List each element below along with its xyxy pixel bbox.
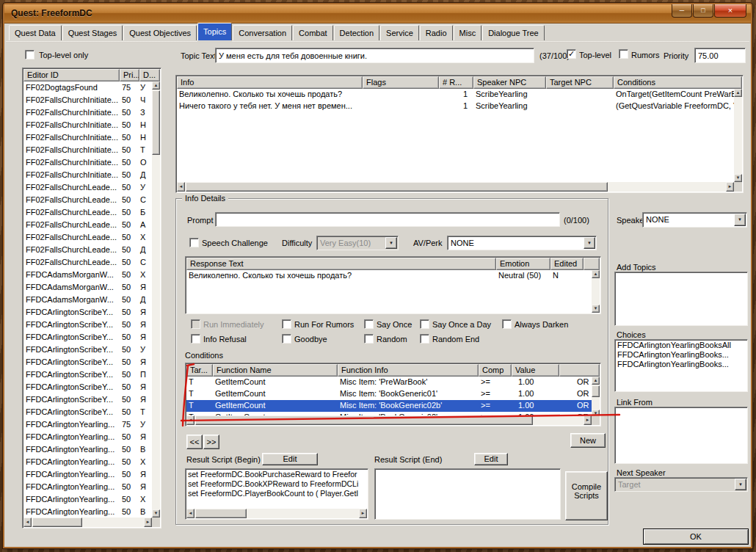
choice-item[interactable]: FFDCArlingtonYearlingBooks... xyxy=(616,350,746,360)
random-checkbox[interactable] xyxy=(364,334,374,344)
response-vertical-scrollbar[interactable]: ▲ ▼ xyxy=(592,270,600,313)
topic-row[interactable]: FFDCArlingtonYearling... 50 Я xyxy=(23,431,152,443)
scroll-down-icon[interactable]: ▼ xyxy=(592,305,600,313)
info-vertical-scrollbar[interactable]: ▲ ▼ xyxy=(734,89,742,182)
conditions-horizontal-scrollbar[interactable]: ◄ ► xyxy=(186,415,592,425)
column-header-dialogue[interactable]: D... xyxy=(139,69,160,81)
edit-begin-script-button[interactable]: Edit xyxy=(262,453,318,465)
next-condition-button[interactable]: >> xyxy=(203,435,219,449)
topics-horizontal-scrollbar[interactable]: ◄ ► xyxy=(23,518,152,527)
column-header-info[interactable]: Info xyxy=(177,76,363,89)
edit-end-script-button[interactable]: Edit xyxy=(474,453,508,465)
prompt-input[interactable] xyxy=(215,212,560,227)
result-script-end-box[interactable] xyxy=(374,468,561,520)
column-header-function-info[interactable]: Function Info xyxy=(338,364,479,377)
topic-row[interactable]: FF02FallsChurchInitiate... 50 О xyxy=(23,156,152,169)
compile-scripts-button[interactable]: Compile Scripts xyxy=(565,471,608,520)
scroll-left-icon[interactable]: ◄ xyxy=(177,182,185,192)
tab[interactable]: Topics xyxy=(197,23,232,40)
tab[interactable]: Detection xyxy=(334,25,379,40)
scroll-left-icon[interactable]: ◄ xyxy=(186,415,195,425)
topic-row[interactable]: FFDCAdamsMorganW... 50 Х xyxy=(23,269,152,281)
tab[interactable]: Combat xyxy=(293,25,333,40)
conditions-vertical-scrollbar[interactable]: ▲ ▼ xyxy=(592,377,600,418)
column-header-edited[interactable]: Edited xyxy=(550,258,584,270)
scrollbar-thumb[interactable] xyxy=(152,90,160,155)
top-level-checkbox[interactable]: ✓ xyxy=(567,49,576,59)
column-header-comp[interactable]: Comp xyxy=(479,364,512,377)
topic-row[interactable]: FF02DogtagsFound 75 У xyxy=(23,81,152,94)
scroll-up-icon[interactable]: ▲ xyxy=(152,81,160,90)
tab[interactable]: Quest Objectives xyxy=(123,25,197,40)
column-header-target-npc[interactable]: Target NPC xyxy=(546,76,614,89)
topic-row[interactable]: FFDCArlingtonScribeY... 50 Я xyxy=(23,306,152,319)
topic-row[interactable]: FFDCArlingtonYearling... 50 В xyxy=(23,506,152,518)
speaker-combobox[interactable]: NONE ▼ xyxy=(642,212,747,228)
condition-row[interactable]: T GetItemCount Misc Item: 'PreWarBook' >… xyxy=(186,377,592,388)
choice-item[interactable]: FFDCArlingtonYearlingBooksAll xyxy=(616,341,746,350)
response-row[interactable]: Великолепно. Сколько ты хочешь продать? … xyxy=(186,270,592,282)
av-perk-combobox[interactable]: NONE ▼ xyxy=(447,236,597,250)
column-header-speaker-npc[interactable]: Speaker NPC xyxy=(473,76,546,89)
random-end-checkbox[interactable] xyxy=(420,334,429,344)
topic-row[interactable]: FF02FallsChurchLeade... 50 С xyxy=(23,194,152,206)
column-header-responses[interactable]: # R... xyxy=(439,76,473,89)
scroll-right-icon[interactable]: ► xyxy=(144,518,152,527)
scroll-down-icon[interactable]: ▼ xyxy=(734,174,742,182)
topic-row[interactable]: FFDCArlingtonYearling... 50 Х xyxy=(23,493,152,506)
topic-row[interactable]: FF02FallsChurchInitiate... 50 Т xyxy=(23,144,152,156)
column-header-emotion[interactable]: Emotion xyxy=(496,258,550,270)
info-row[interactable]: Великолепно. Сколько ты хочешь продать? … xyxy=(177,89,734,101)
topic-row[interactable]: FFDCArlingtonScribeY... 50 Я xyxy=(23,393,152,406)
topic-row[interactable]: FFDCArlingtonScribeY... 50 Т xyxy=(23,406,152,418)
topic-row[interactable]: FF02FallsChurchLeade... 50 Х xyxy=(23,231,152,244)
scroll-right-icon[interactable]: ► xyxy=(726,182,734,192)
scrollbar-thumb[interactable] xyxy=(32,518,82,527)
scrollbar-thumb[interactable] xyxy=(195,509,247,518)
topic-row[interactable]: FFDCArlingtonYearling... 50 В xyxy=(23,443,152,456)
result-script-begin-box[interactable]: set FreeformDC.BookPurchaseReward to Fre… xyxy=(185,468,368,520)
topics-listview[interactable]: Editor ID Pri... D... FF02DogtagsFound 7… xyxy=(22,68,161,529)
column-header-conditions[interactable]: Conditions xyxy=(614,76,742,89)
close-button[interactable]: × xyxy=(714,4,746,18)
scrollbar-thumb[interactable] xyxy=(195,415,533,425)
tab[interactable]: Quest Data xyxy=(9,25,62,40)
tab[interactable]: Dialogue Tree xyxy=(482,25,545,40)
topic-row[interactable]: FFDCArlingtonScribeY... 50 Я xyxy=(23,319,152,331)
topic-row[interactable]: FFDCArlingtonScribeY... 50 У xyxy=(23,344,152,356)
info-row[interactable]: Ничего такого у тебя нет. У меня нет вре… xyxy=(177,101,734,112)
maximize-button[interactable]: □ xyxy=(693,4,713,18)
topic-row[interactable]: FFDCAdamsMorganW... 50 Д xyxy=(23,294,152,306)
column-header-flags[interactable]: Flags xyxy=(363,76,439,89)
tab[interactable]: Misc xyxy=(454,25,482,40)
column-header-response-text[interactable]: Response Text xyxy=(186,258,496,270)
chevron-down-icon[interactable]: ▼ xyxy=(734,214,746,226)
top-level-only-checkbox[interactable] xyxy=(25,50,34,59)
new-condition-button[interactable]: New xyxy=(570,433,606,448)
topic-row[interactable]: FFDCArlingtonScribeY... 50 Я xyxy=(23,356,152,368)
topic-row[interactable]: FF02FallsChurchLeade... 50 Д xyxy=(23,244,152,256)
column-header-priority[interactable]: Pri... xyxy=(120,69,139,81)
conditions-listview[interactable]: Tar... Function Name Function Info Comp … xyxy=(185,363,601,426)
scroll-up-icon[interactable]: ▲ xyxy=(592,377,600,385)
condition-row[interactable]: T GetItemCount Misc Item: 'BookGeneric02… xyxy=(186,400,592,412)
topic-row[interactable]: FFDCAdamsMorganW... 50 Я xyxy=(23,281,152,294)
tab[interactable]: Conversation xyxy=(233,25,292,40)
rumors-checkbox[interactable] xyxy=(619,49,628,59)
goodbye-checkbox[interactable] xyxy=(282,334,291,344)
topics-vertical-scrollbar[interactable]: ▲ ▼ xyxy=(152,81,160,518)
say-once-a-day-checkbox[interactable] xyxy=(420,319,429,329)
topic-row[interactable]: FFDCArlingtonScribeY... 50 Я xyxy=(23,381,152,393)
scroll-right-icon[interactable]: ► xyxy=(584,415,592,425)
titlebar[interactable]: Quest: FreeformDC ─ □ × xyxy=(4,4,751,23)
run-for-rumors-checkbox[interactable] xyxy=(282,319,291,329)
minimize-button[interactable]: ─ xyxy=(672,4,692,18)
info-listview[interactable]: Info Flags # R... Speaker NPC Target NPC… xyxy=(175,75,744,193)
topic-text-input[interactable] xyxy=(215,48,534,63)
column-header-target[interactable]: Tar... xyxy=(186,364,213,377)
choices-list[interactable]: FFDCArlingtonYearlingBooksAllFFDCArlingt… xyxy=(614,339,748,392)
column-header-editor-id[interactable]: Editor ID xyxy=(23,69,120,81)
scroll-up-icon[interactable]: ▲ xyxy=(592,270,600,278)
chevron-down-icon[interactable]: ▼ xyxy=(584,237,595,249)
topic-row[interactable]: FF02FallsChurchInitiate... 50 Н xyxy=(23,119,152,131)
